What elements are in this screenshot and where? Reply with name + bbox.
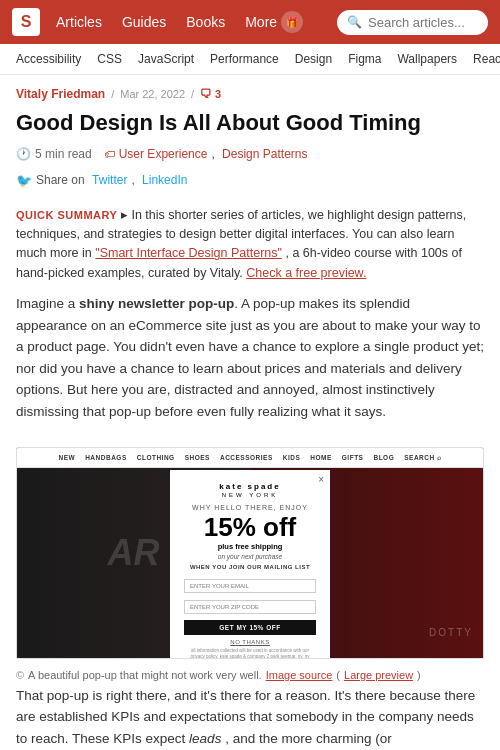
close-icon[interactable]: × bbox=[318, 474, 324, 485]
comment-icon: 🗨 bbox=[200, 87, 212, 101]
bottom-text: That pop-up is right there, and it's the… bbox=[0, 685, 500, 750]
ks-popup: × kate spade NEW YORK WHY HELLO THERE, E… bbox=[170, 470, 330, 659]
twitter-share[interactable]: Twitter bbox=[92, 173, 127, 187]
linkedin-share[interactable]: LinkedIn bbox=[142, 173, 187, 187]
author-link[interactable]: Vitaly Friedman bbox=[16, 87, 105, 101]
read-time: 🕐 5 min read bbox=[16, 147, 92, 161]
article-body: Imagine a shiny newsletter pop-up. A pop… bbox=[0, 293, 500, 443]
bottom-paragraph: That pop-up is right there, and it's the… bbox=[16, 685, 484, 750]
fine-print: all information collected will be used i… bbox=[184, 648, 316, 658]
quick-label: Quick Summary bbox=[16, 209, 117, 221]
quick-summary: Quick Summary ▸ In this shorter series o… bbox=[0, 206, 500, 294]
sec-nav-react[interactable]: React bbox=[465, 44, 500, 74]
popup-mockup-image: NEW HANDBAGS CLOTHING SHOES ACCESSORIES … bbox=[16, 447, 484, 659]
ks-scene: NEW HANDBAGS CLOTHING SHOES ACCESSORIES … bbox=[17, 448, 483, 658]
free-preview-link[interactable]: Check a free preview. bbox=[246, 266, 366, 280]
body-paragraph-1: Imagine a shiny newsletter pop-up. A pop… bbox=[16, 293, 484, 423]
brand-name: kate spade bbox=[184, 482, 316, 491]
zip-input[interactable] bbox=[184, 600, 316, 614]
tags-line: 🏷 User Experience, Design Patterns bbox=[104, 147, 308, 161]
brand-sub: NEW YORK bbox=[184, 492, 316, 498]
no-thanks-link[interactable]: NO THANKS bbox=[184, 639, 316, 645]
smart-interface-link[interactable]: "Smart Interface Design Patterns" bbox=[95, 246, 282, 260]
nav-more[interactable]: More 🎁 bbox=[237, 5, 311, 39]
sec-nav-wallpapers[interactable]: Wallpapers bbox=[389, 44, 465, 74]
sec-nav-performance[interactable]: Performance bbox=[202, 44, 287, 74]
search-box[interactable]: 🔍 bbox=[337, 10, 488, 35]
share-line: 🐦 Share on Twitter , LinkedIn bbox=[16, 173, 187, 188]
popup-mailing: WHEN YOU JOIN OUR MAILING LIST bbox=[184, 564, 316, 570]
copyright-icon: © bbox=[16, 669, 24, 681]
article-meta: 🕐 5 min read 🏷 User Experience, Design P… bbox=[16, 147, 484, 188]
twitter-icon: 🐦 bbox=[16, 173, 32, 188]
site-logo[interactable]: S bbox=[12, 8, 40, 36]
image-source-link[interactable]: Image source bbox=[266, 669, 333, 681]
secondary-navigation: Accessibility CSS JavaScript Performance… bbox=[0, 44, 500, 75]
tag-user-experience[interactable]: User Experience bbox=[119, 147, 208, 161]
sec-nav-javascript[interactable]: JavaScript bbox=[130, 44, 202, 74]
nav-books[interactable]: Books bbox=[178, 8, 233, 36]
popup-greeting: WHY HELLO THERE, ENJOY bbox=[184, 504, 316, 511]
nav-guides[interactable]: Guides bbox=[114, 8, 174, 36]
popup-discount: 15% off bbox=[184, 513, 316, 542]
get-discount-button[interactable]: GET MY 15% OFF bbox=[184, 620, 316, 635]
email-input[interactable] bbox=[184, 579, 316, 593]
top-navigation: S Articles Guides Books More 🎁 🔍 bbox=[0, 0, 500, 44]
nav-articles[interactable]: Articles bbox=[48, 8, 110, 36]
popup-shipping: plus free shipping bbox=[184, 542, 316, 551]
sec-nav-accessibility[interactable]: Accessibility bbox=[8, 44, 89, 74]
large-preview-link[interactable]: Large preview bbox=[344, 669, 413, 681]
sec-nav-design[interactable]: Design bbox=[287, 44, 340, 74]
search-icon: 🔍 bbox=[347, 15, 362, 29]
comment-badge[interactable]: 🗨 3 bbox=[200, 87, 221, 101]
sec-nav-css[interactable]: CSS bbox=[89, 44, 130, 74]
popup-purchase: on your next purchase bbox=[184, 553, 316, 560]
italic-leads: leads bbox=[189, 731, 221, 746]
author-line: Vitaly Friedman / Mar 22, 2022 / 🗨 3 bbox=[16, 87, 484, 101]
article-title: Good Design Is All About Good Timing bbox=[16, 109, 484, 137]
tag-icon: 🏷 bbox=[104, 148, 115, 160]
search-input[interactable] bbox=[368, 15, 478, 30]
more-icon: 🎁 bbox=[281, 11, 303, 33]
ks-nav-bar: NEW HANDBAGS CLOTHING SHOES ACCESSORIES … bbox=[17, 448, 483, 468]
image-caption: © A beautiful pop-up that might not work… bbox=[0, 665, 500, 685]
clock-icon: 🕐 bbox=[16, 147, 31, 161]
article-header: Vitaly Friedman / Mar 22, 2022 / 🗨 3 Goo… bbox=[0, 75, 500, 206]
author-separator: / bbox=[111, 88, 114, 100]
bold-popup: shiny newsletter pop-up bbox=[79, 296, 234, 311]
sec-nav-figma[interactable]: Figma bbox=[340, 44, 389, 74]
article-date: Mar 22, 2022 bbox=[120, 88, 185, 100]
tag-design-patterns[interactable]: Design Patterns bbox=[222, 147, 307, 161]
